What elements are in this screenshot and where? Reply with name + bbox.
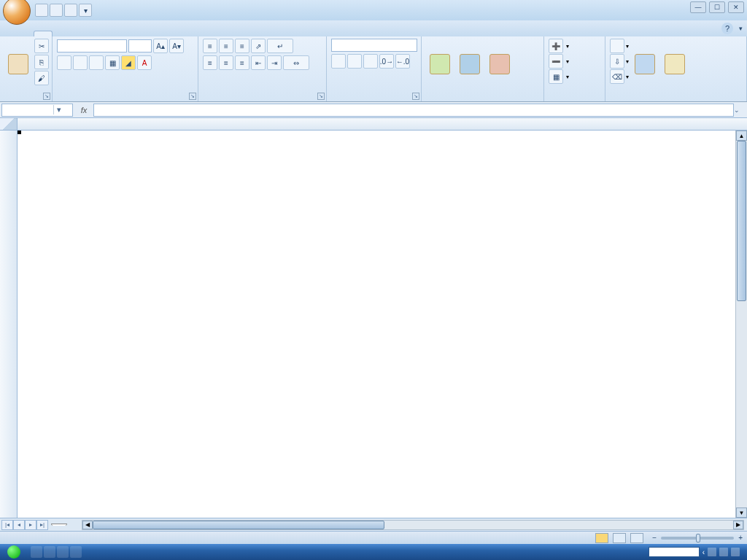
format-as-table-button[interactable] [456, 39, 484, 91]
clipboard-dialog-icon[interactable]: ↘ [43, 93, 50, 100]
copy-icon[interactable]: ⎘ [34, 55, 49, 69]
zoom-in-icon[interactable]: + [738, 534, 743, 542]
shrink-font-icon[interactable]: A▾ [169, 39, 184, 53]
wrap-text-icon[interactable]: ↵ [267, 39, 293, 53]
scroll-left-icon[interactable]: ◀ [82, 521, 93, 529]
decrease-decimal-icon[interactable]: ←.0 [395, 54, 410, 69]
worksheet-grid[interactable]: ▲ ▼ [0, 118, 747, 518]
increase-decimal-icon[interactable]: .0→ [379, 54, 394, 69]
qat-customize-icon[interactable]: ▾ [79, 4, 92, 17]
ql-icon[interactable] [44, 546, 55, 558]
alignment-dialog-icon[interactable]: ↘ [317, 93, 325, 100]
currency-icon[interactable] [331, 54, 346, 69]
align-right-icon[interactable]: ≡ [235, 55, 249, 70]
tray-chevron-icon[interactable]: ‹ [703, 548, 705, 556]
font-name-select[interactable] [57, 39, 127, 52]
sort-filter-icon [635, 54, 655, 74]
close-button[interactable]: ✕ [728, 1, 744, 13]
bold-button[interactable] [57, 55, 71, 70]
decrease-indent-icon[interactable]: ⇤ [251, 55, 266, 70]
tray-icon[interactable] [708, 548, 716, 556]
border-icon[interactable]: ▦ [105, 55, 120, 70]
prev-sheet-icon[interactable]: ◂ [13, 520, 25, 530]
redo-icon[interactable] [64, 4, 77, 17]
align-top-icon[interactable]: ≡ [203, 39, 217, 53]
font-size-select[interactable] [128, 39, 152, 52]
ribbon-minimize-icon[interactable]: ▾ [739, 25, 743, 32]
tab-home[interactable] [34, 31, 53, 36]
formula-expand-icon[interactable]: ⌄ [734, 106, 746, 114]
sheet-tab-active[interactable] [51, 524, 67, 526]
scroll-right-icon[interactable]: ▶ [733, 521, 743, 529]
fill-icon[interactable]: ⇩ [610, 54, 624, 69]
scroll-up-icon[interactable]: ▲ [736, 131, 747, 141]
increase-indent-icon[interactable]: ⇥ [267, 55, 282, 70]
fx-icon[interactable]: fx [77, 106, 90, 114]
hscroll-thumb[interactable] [93, 521, 384, 529]
first-sheet-icon[interactable]: |◂ [1, 520, 13, 530]
ql-icon[interactable] [57, 546, 69, 558]
select-all-button[interactable] [0, 118, 18, 130]
save-icon[interactable] [35, 4, 48, 17]
font-dialog-icon[interactable]: ↘ [189, 93, 196, 100]
desktop-search-input[interactable] [649, 547, 700, 557]
name-box-dropdown-icon[interactable]: ▾ [53, 105, 63, 114]
undo-icon[interactable] [50, 4, 63, 17]
insert-cells-icon[interactable]: ➕ [549, 39, 563, 53]
format-cells-icon[interactable]: ▦ [549, 69, 563, 84]
ql-icon[interactable] [31, 546, 42, 558]
align-center-icon[interactable]: ≡ [219, 55, 233, 70]
align-left-icon[interactable]: ≡ [203, 55, 217, 70]
autosum-icon[interactable] [610, 39, 624, 53]
page-break-view-icon[interactable] [630, 533, 643, 543]
last-sheet-icon[interactable]: ▸| [36, 520, 48, 530]
zoom-out-icon[interactable]: − [652, 534, 657, 542]
horizontal-scrollbar[interactable]: ◀ ▶ [82, 520, 744, 530]
conditional-formatting-button[interactable] [426, 39, 454, 91]
align-bottom-icon[interactable]: ≡ [235, 39, 249, 53]
percent-icon[interactable] [347, 54, 362, 69]
name-box-input[interactable] [2, 106, 53, 114]
underline-button[interactable] [89, 55, 104, 70]
page-layout-view-icon[interactable] [613, 533, 626, 543]
name-box[interactable]: ▾ [1, 104, 73, 117]
tray-icon[interactable] [731, 548, 740, 556]
comma-icon[interactable] [363, 54, 378, 69]
minimize-button[interactable]: — [690, 1, 706, 13]
tab-review[interactable] [130, 31, 147, 36]
start-button[interactable] [0, 544, 28, 560]
orientation-icon[interactable]: ⇗ [251, 39, 266, 53]
number-dialog-icon[interactable]: ↘ [412, 93, 419, 100]
vertical-scrollbar[interactable]: ▲ ▼ [735, 131, 747, 518]
merge-center-icon[interactable]: ⇔ [283, 55, 309, 70]
help-icon[interactable]: ? [721, 23, 733, 34]
cut-icon[interactable]: ✂ [34, 39, 49, 53]
clear-icon[interactable]: ⌫ [610, 69, 624, 84]
formula-input[interactable] [93, 104, 734, 117]
vscroll-thumb[interactable] [737, 141, 746, 301]
sort-filter-button[interactable] [631, 39, 659, 91]
normal-view-icon[interactable] [595, 533, 608, 543]
grow-font-icon[interactable]: A▴ [153, 39, 168, 53]
ql-icon[interactable] [70, 546, 82, 558]
cell-styles-button[interactable] [486, 39, 514, 91]
maximize-button[interactable]: ☐ [709, 1, 725, 13]
format-painter-icon[interactable]: 🖌 [34, 71, 49, 85]
tab-page-layout[interactable] [73, 31, 90, 36]
align-middle-icon[interactable]: ≡ [219, 39, 233, 53]
tab-data[interactable] [111, 31, 128, 36]
number-format-select[interactable] [331, 39, 417, 52]
tab-formulas[interactable] [92, 31, 109, 36]
font-color-icon[interactable]: A [137, 55, 152, 70]
zoom-slider[interactable] [661, 537, 734, 540]
italic-button[interactable] [73, 55, 88, 70]
tab-view[interactable] [149, 31, 166, 36]
tab-insert[interactable] [54, 31, 71, 36]
delete-cells-icon[interactable]: ➖ [549, 54, 563, 69]
paste-button[interactable] [4, 39, 32, 91]
tray-icon[interactable] [719, 548, 728, 556]
find-select-button[interactable] [661, 39, 689, 91]
fill-color-icon[interactable]: ◢ [121, 55, 136, 70]
scroll-down-icon[interactable]: ▼ [736, 508, 747, 518]
next-sheet-icon[interactable]: ▸ [25, 520, 36, 530]
